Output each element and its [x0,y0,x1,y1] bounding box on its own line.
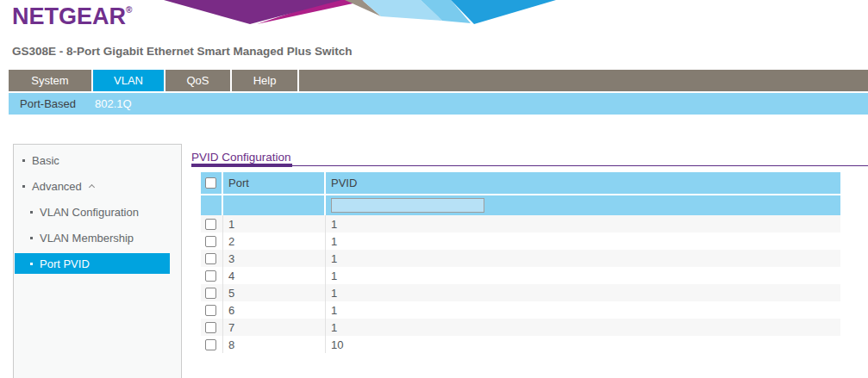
pvid-cell: 10 [326,336,840,353]
tab-help[interactable]: Help [232,70,299,91]
port-cell: 4 [223,267,326,284]
sidebar-item-vlan-configuration[interactable]: VLAN Configuration [14,199,181,225]
pvid-cell: 1 [326,284,840,301]
header-cell-pvid: PVID [326,172,840,194]
heading-rule [191,165,868,166]
heading-rule-accent [191,164,292,167]
subnav-item-8021q[interactable]: 802.1Q [95,93,132,115]
table-row: 8 10 [201,336,840,353]
edit-cell-port [223,195,326,215]
table-row: 5 1 [201,284,840,301]
bullet-icon [30,211,33,214]
row-checkbox[interactable] [205,219,216,230]
sidebar-item-vlan-membership[interactable]: VLAN Membership [14,225,181,251]
bullet-icon [22,185,25,188]
vlan-subnav: Port-Based 802.1Q [9,93,868,115]
registered-mark-icon: ® [126,5,132,15]
section-heading: PVID Configuration [191,151,291,164]
port-cell: 3 [223,250,326,267]
row-checkbox[interactable] [205,288,216,299]
sidebar-item-label: Basic [32,154,59,167]
sidebar-item-basic[interactable]: Basic [14,147,181,173]
table-row: 7 1 [201,319,840,336]
bullet-icon [30,237,33,239]
tab-qos[interactable]: QoS [165,70,232,91]
sidebar: Basic Advanced VLAN Configuration VLAN M… [13,144,182,378]
pvid-table: Port PVID 1 1 2 1 3 1 [201,172,840,353]
header-cell-select [201,172,223,194]
app-window: NETGEAR® GS308E - 8-Port Gigabit Etherne… [0,0,868,378]
page-title: GS308E - 8-Port Gigabit Ethernet Smart M… [12,45,353,58]
sidebar-item-port-pvid[interactable]: Port PVID [15,253,170,274]
port-cell: 8 [223,336,326,353]
table-row: 6 1 [201,301,840,319]
edit-cell-select [201,195,223,215]
row-checkbox[interactable] [205,236,216,247]
pvid-input[interactable] [331,198,484,213]
row-checkbox[interactable] [205,339,216,350]
table-row: 4 1 [201,267,840,284]
header-cell-port: Port [223,172,326,194]
sidebar-item-advanced[interactable]: Advanced [14,173,181,199]
sidebar-item-label: Advanced [32,180,82,193]
row-checkbox[interactable] [205,253,216,264]
table-header-row: Port PVID [201,172,840,194]
row-checkbox[interactable] [205,322,216,333]
column-header-label: PVID [331,177,357,189]
port-cell: 5 [223,284,326,301]
edit-cell-pvid [326,195,840,215]
bullet-icon [22,159,25,162]
pvid-cell: 1 [326,232,840,250]
table-row: 1 1 [201,215,840,232]
table-row: 2 1 [201,232,840,250]
main-nav: System VLAN QoS Help [9,70,868,91]
sidebar-item-label: VLAN Configuration [40,206,139,219]
pvid-cell: 1 [326,301,840,319]
sidebar-item-label: Port PVID [40,257,90,270]
pvid-cell: 1 [326,267,840,284]
chevron-up-icon [89,184,95,190]
tab-vlan[interactable]: VLAN [93,70,165,91]
row-checkbox[interactable] [205,270,216,282]
select-all-checkbox[interactable] [205,177,216,189]
tab-system[interactable]: System [9,70,93,91]
column-header-label: Port [228,177,249,189]
port-cell: 6 [223,301,326,319]
port-cell: 2 [223,232,326,250]
port-cell: 7 [223,319,326,336]
pvid-cell: 1 [326,250,840,267]
subnav-item-port-based[interactable]: Port-Based [20,93,76,115]
header-banner-graphic [153,0,559,24]
bullet-icon [30,263,33,265]
table-edit-row [201,194,840,215]
netgear-logo-text: NETGEAR [12,3,126,29]
port-cell: 1 [223,215,326,232]
row-checkbox[interactable] [205,305,216,316]
pvid-cell: 1 [326,319,840,336]
table-row: 3 1 [201,250,840,267]
pvid-cell: 1 [326,215,840,232]
sidebar-item-label: VLAN Membership [40,232,134,245]
netgear-logo: NETGEAR® [12,3,132,30]
